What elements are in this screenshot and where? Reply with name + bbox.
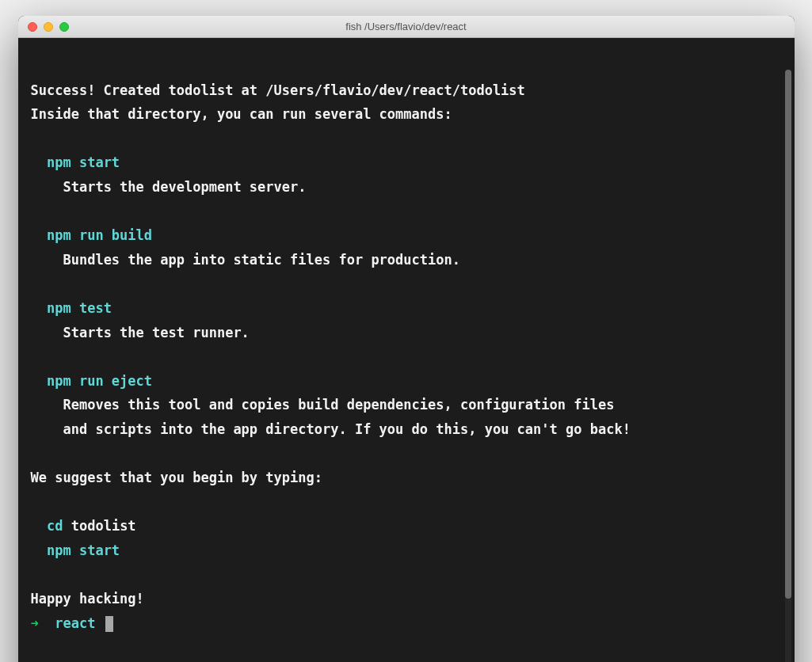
cd-line: cd todolist (31, 514, 782, 538)
prompt-cwd: react (55, 615, 95, 631)
cmd-line: npm run eject (31, 369, 782, 394)
traffic-lights (28, 22, 69, 32)
start-line: npm start (31, 538, 782, 563)
output-blank (31, 200, 782, 224)
cmd-desc: Starts the development server. (31, 175, 782, 200)
minimize-button[interactable] (44, 22, 53, 32)
titlebar[interactable]: fish /Users/flavio/dev/react (18, 16, 795, 38)
window-title: fish /Users/flavio/dev/react (28, 21, 785, 32)
output-suggest: We suggest that you begin by typing: (31, 466, 782, 490)
prompt-arrow-icon: ➜ (31, 615, 39, 631)
cd-arg: todolist (71, 518, 136, 534)
cmd-line: npm start (31, 150, 782, 175)
scrollbar-thumb[interactable] (785, 70, 791, 599)
cmd-desc: Bundles the app into static files for pr… (31, 248, 782, 272)
cd-cmd: cd (47, 518, 63, 534)
output-blank (31, 442, 782, 466)
output-happy: Happy hacking! (31, 587, 782, 611)
prompt-line[interactable]: ➜ react (31, 611, 782, 636)
maximize-button[interactable] (59, 22, 69, 32)
cmd-desc: and scripts into the app directory. If y… (31, 417, 782, 442)
output-blank (31, 562, 782, 587)
output-blank (31, 127, 782, 151)
terminal-content[interactable]: Success! Created todolist at /Users/flav… (18, 38, 795, 662)
output-intro: Inside that directory, you can run sever… (31, 102, 782, 127)
output-blank (31, 344, 782, 369)
close-button[interactable] (28, 22, 37, 32)
terminal-window: fish /Users/flavio/dev/react Success! Cr… (18, 16, 795, 662)
start-cmd: npm start (47, 542, 120, 558)
cmd-name: npm start (47, 154, 120, 170)
cmd-name: npm test (47, 300, 112, 316)
output-line (31, 54, 782, 78)
cmd-name: npm run build (47, 227, 152, 243)
cursor (105, 616, 113, 632)
cmd-line: npm run build (31, 223, 782, 248)
cmd-desc: Starts the test runner. (31, 321, 782, 345)
output-blank (31, 272, 782, 296)
cmd-line: npm test (31, 296, 782, 321)
cmd-name: npm run eject (47, 373, 152, 389)
output-success: Success! Created todolist at /Users/flav… (31, 78, 782, 103)
scrollbar[interactable] (785, 70, 791, 662)
output-blank (31, 490, 782, 515)
cmd-desc: Removes this tool and copies build depen… (31, 393, 782, 417)
